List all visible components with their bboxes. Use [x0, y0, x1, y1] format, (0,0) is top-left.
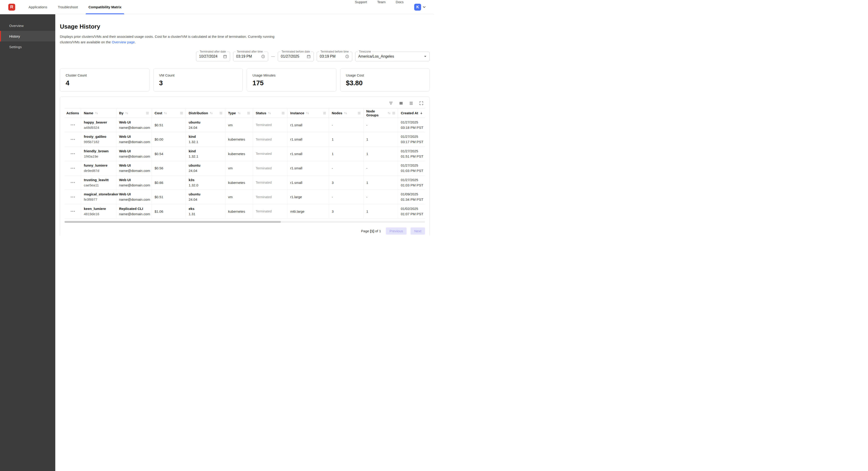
cluster-name: magical_stonebraker [84, 192, 113, 197]
column-label: Node Groups [366, 109, 386, 117]
distribution-name: eks [189, 206, 222, 211]
field-value[interactable]: America/Los_Angeles [358, 54, 422, 59]
more-options-icon[interactable] [70, 152, 76, 155]
column-header-status[interactable]: Status [253, 109, 287, 118]
columns-icon[interactable] [399, 101, 403, 106]
user-menu[interactable]: K [414, 4, 426, 10]
table-body: happy_beavera48d9324Web UIname@domain.co… [64, 118, 425, 219]
column-menu-icon[interactable] [180, 112, 183, 114]
sort-icon[interactable] [238, 112, 241, 115]
filter-icon[interactable] [389, 101, 393, 106]
column-header-instance[interactable]: Instance [287, 109, 329, 118]
type-value: kubernetes [228, 137, 250, 141]
email-link[interactable]: name@domain.com [119, 154, 149, 159]
more-options-icon[interactable] [70, 138, 76, 141]
sort-desc-icon[interactable] [420, 112, 423, 115]
data-grid: ActionsNameByCostDistributionTypeStatusI… [64, 108, 425, 219]
sidebar-item-overview[interactable]: Overview [0, 20, 55, 31]
column-header-cost[interactable]: Cost [152, 109, 186, 118]
sort-icon[interactable] [164, 112, 167, 115]
overview-page-link[interactable]: Overview page [112, 40, 135, 44]
nav-item-troubleshoot[interactable]: Troubleshoot [58, 0, 78, 14]
column-menu-icon[interactable] [282, 112, 284, 114]
column-menu-icon[interactable] [323, 112, 326, 114]
next-page-button[interactable]: Next [410, 228, 425, 235]
density-icon[interactable] [409, 101, 413, 106]
sort-icon[interactable] [125, 112, 128, 115]
horizontal-scrollbar[interactable] [64, 221, 425, 223]
calendar-icon[interactable] [307, 54, 311, 59]
terminated-before-date-input[interactable]: Terminated before date 01/27/2025 [278, 52, 314, 61]
created-time: 01:03 PM PST [401, 183, 425, 187]
replicated-logo[interactable]: R [8, 4, 15, 10]
column-header-type[interactable]: Type [225, 109, 253, 118]
column-menu-icon[interactable] [220, 112, 222, 114]
field-value[interactable]: 03:19 PM [236, 54, 259, 59]
calendar-icon[interactable] [223, 54, 227, 59]
nav-item-team[interactable]: Team [377, 0, 385, 14]
column-header-name[interactable]: Name [81, 109, 116, 118]
timezone-select[interactable]: Timezone America/Los_Angeles [355, 52, 430, 61]
cell-name: happy_beavera48d9324 [81, 118, 116, 132]
nav-item-compatibility-matrix[interactable]: Compatibility Matrix [89, 0, 121, 14]
more-options-icon[interactable] [70, 181, 76, 184]
email-link[interactable]: name@domain.com [119, 212, 149, 216]
more-options-icon[interactable] [70, 167, 76, 170]
email-link[interactable]: name@domain.com [119, 125, 149, 130]
more-options-icon[interactable] [70, 210, 76, 213]
column-header-created-at[interactable]: Created At [398, 109, 425, 118]
distribution-version: 24.04 [189, 169, 222, 173]
nav-item-applications[interactable]: Applications [29, 0, 47, 14]
field-value[interactable]: 10/27/2024 [199, 54, 221, 59]
cell-actions [64, 147, 81, 161]
sidebar-item-history[interactable]: History [0, 31, 55, 41]
fullscreen-icon[interactable] [419, 101, 424, 106]
email-link[interactable]: name@domain.com [119, 197, 149, 202]
chevron-down-icon[interactable] [424, 56, 427, 57]
sort-icon[interactable] [306, 112, 309, 115]
avatar[interactable]: K [414, 4, 421, 10]
sort-icon[interactable] [210, 112, 213, 115]
more-options-icon[interactable] [70, 123, 76, 126]
node-groups-value: - [366, 195, 395, 199]
created-time: 01:34 PM PST [401, 197, 425, 202]
clock-icon[interactable] [345, 54, 349, 59]
stat-label: VM Count [159, 73, 237, 77]
terminated-before-time-input[interactable]: Terminated before time 03:19 PM [317, 52, 352, 61]
column-menu-icon[interactable] [358, 112, 361, 114]
created-date: 01/27/2025 [401, 163, 425, 168]
stat-card-cluster-count: Cluster Count4 [60, 68, 150, 91]
email-link[interactable]: name@domain.com [119, 140, 149, 144]
cluster-name: friendly_brown [84, 149, 113, 153]
cell-instance: r1.small [287, 118, 329, 132]
sort-icon[interactable] [344, 112, 347, 115]
clock-icon[interactable] [261, 54, 265, 59]
distribution-version: 1.32.1 [189, 140, 222, 144]
column-header-node-groups[interactable]: Node Groups [364, 109, 398, 118]
node-groups-value: 1 [366, 152, 395, 156]
terminated-after-date-input[interactable]: Terminated after date 10/27/2024 [196, 52, 230, 61]
more-options-icon[interactable] [70, 196, 76, 198]
column-header-by[interactable]: By [116, 109, 152, 118]
nav-item-docs[interactable]: Docs [396, 0, 404, 14]
sort-icon[interactable] [388, 112, 391, 115]
scrollbar-thumb[interactable] [64, 221, 281, 223]
field-value[interactable]: 03:19 PM [320, 54, 343, 59]
distribution-name: kind [189, 149, 222, 153]
email-link[interactable]: name@domain.com [119, 183, 149, 187]
nav-item-support[interactable]: Support [355, 0, 367, 14]
column-header-actions[interactable]: Actions [64, 109, 81, 118]
field-value[interactable]: 01/27/2025 [281, 54, 304, 59]
terminated-after-time-input[interactable]: Terminated after time 03:19 PM [233, 52, 268, 61]
previous-page-button[interactable]: Previous [386, 228, 407, 235]
sidebar-item-settings[interactable]: Settings [0, 41, 55, 52]
column-header-nodes[interactable]: Nodes [329, 109, 364, 118]
cell-distribution: ubuntu24.04 [186, 118, 225, 132]
column-header-distribution[interactable]: Distribution [186, 109, 225, 118]
email-link[interactable]: name@domain.com [119, 169, 149, 173]
sort-icon[interactable] [95, 112, 98, 115]
column-menu-icon[interactable] [247, 112, 250, 114]
sort-icon[interactable] [268, 112, 271, 115]
column-menu-icon[interactable] [146, 112, 149, 114]
column-menu-icon[interactable] [392, 112, 395, 114]
